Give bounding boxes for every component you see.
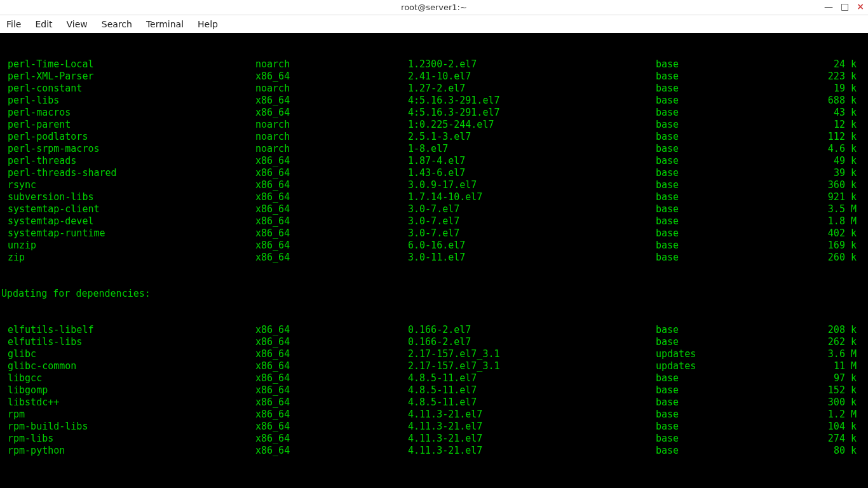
package-size: 43 k <box>816 107 867 119</box>
package-size: 4.6 k <box>816 143 867 155</box>
package-version: 1.87-4.el7 <box>408 155 656 167</box>
package-name: zip <box>1 252 255 264</box>
package-row: unzipx86_646.0-16.el7base169 k <box>1 240 867 252</box>
package-version: 4.11.3-21.el7 <box>408 433 656 445</box>
package-size: 1.8 M <box>816 215 867 227</box>
package-name: elfutils-libs <box>1 336 255 348</box>
package-row: perl-constantnoarch1.27-2.el7base19 k <box>1 83 867 95</box>
package-size: 104 k <box>816 421 867 433</box>
package-version: 4:5.16.3-291.el7 <box>408 95 656 107</box>
package-name: perl-parent <box>1 119 255 131</box>
package-name: perl-podlators <box>1 131 255 143</box>
package-size: 3.6 M <box>816 348 867 360</box>
menu-terminal[interactable]: Terminal <box>146 19 184 29</box>
package-name: perl-threads-shared <box>1 167 255 179</box>
package-arch: x86_64 <box>255 240 408 252</box>
package-size: 208 k <box>816 324 867 336</box>
menu-help[interactable]: Help <box>198 19 218 29</box>
package-row: systemtap-develx86_643.0-7.el7base1.8 M <box>1 215 867 227</box>
package-repo: updates <box>656 348 816 360</box>
package-size: 97 k <box>816 372 867 384</box>
package-version: 3.0-7.el7 <box>408 227 656 240</box>
package-size: 688 k <box>816 95 867 107</box>
package-version: 3.0.9-17.el7 <box>408 179 656 191</box>
package-repo: base <box>656 107 816 119</box>
package-version: 1:0.225-244.el7 <box>408 119 656 131</box>
package-arch: x86_64 <box>255 324 408 336</box>
package-name: libgcc <box>1 372 255 384</box>
maximize-icon[interactable]: □ <box>841 1 849 11</box>
package-row: zipx86_643.0-11.el7base260 k <box>1 252 867 264</box>
package-arch: noarch <box>255 119 408 131</box>
package-repo: base <box>656 167 816 179</box>
package-version: 4.8.5-11.el7 <box>408 396 656 409</box>
package-row: systemtap-runtimex86_643.0-7.el7base402 … <box>1 227 867 240</box>
package-size: 169 k <box>816 240 867 252</box>
package-size: 1.2 M <box>816 409 867 421</box>
package-name: subversion-libs <box>1 191 255 203</box>
package-row: perl-libsx86_644:5.16.3-291.el7base688 k <box>1 95 867 107</box>
package-version: 6.0-16.el7 <box>408 240 656 252</box>
package-row: subversion-libsx86_641.7.14-10.el7base92… <box>1 191 867 203</box>
package-name: glibc-common <box>1 360 255 372</box>
package-size: 402 k <box>816 227 867 240</box>
package-name: perl-macros <box>1 107 255 119</box>
package-name: perl-Time-Local <box>1 58 255 71</box>
package-arch: noarch <box>255 131 408 143</box>
package-arch: x86_64 <box>255 421 408 433</box>
package-repo: base <box>656 252 816 264</box>
package-repo: base <box>656 433 816 445</box>
package-row: libgccx86_644.8.5-11.el7base97 k <box>1 372 867 384</box>
package-name: perl-threads <box>1 155 255 167</box>
package-repo: base <box>656 203 816 215</box>
package-row: perl-Time-Localnoarch1.2300-2.el7base24 … <box>1 58 867 71</box>
menu-view[interactable]: View <box>67 19 88 29</box>
package-size: 112 k <box>816 131 867 143</box>
menu-edit[interactable]: Edit <box>35 19 52 29</box>
package-name: rpm-build-libs <box>1 421 255 433</box>
close-icon[interactable]: × <box>857 1 864 11</box>
terminal-viewport[interactable]: perl-Time-Localnoarch1.2300-2.el7base24 … <box>0 33 868 488</box>
package-repo: base <box>656 324 816 336</box>
package-repo: base <box>656 95 816 107</box>
minimize-icon[interactable]: — <box>824 1 833 11</box>
package-size: 223 k <box>816 71 867 83</box>
package-repo: base <box>656 215 816 227</box>
package-name: rsync <box>1 179 255 191</box>
menu-search[interactable]: Search <box>102 19 132 29</box>
package-version: 4.11.3-21.el7 <box>408 409 656 421</box>
package-name: rpm-libs <box>1 433 255 445</box>
package-size: 3.5 M <box>816 203 867 215</box>
package-name: elfutils-libelf <box>1 324 255 336</box>
package-size: 921 k <box>816 191 867 203</box>
package-repo: base <box>656 240 816 252</box>
package-name: perl-constant <box>1 83 255 95</box>
package-size: 12 k <box>816 119 867 131</box>
package-size: 300 k <box>816 396 867 409</box>
package-row: perl-podlatorsnoarch2.5.1-3.el7base112 k <box>1 131 867 143</box>
package-arch: x86_64 <box>255 360 408 372</box>
package-size: 80 k <box>816 445 867 457</box>
menu-file[interactable]: File <box>6 19 21 29</box>
updating-header: Updating for dependencies: <box>1 288 867 300</box>
package-name: unzip <box>1 240 255 252</box>
package-size: 260 k <box>816 252 867 264</box>
package-repo: base <box>656 384 816 396</box>
package-version: 1.7.14-10.el7 <box>408 191 656 203</box>
window-title: root@server1:~ <box>401 3 467 12</box>
package-arch: x86_64 <box>255 445 408 457</box>
package-size: 49 k <box>816 155 867 167</box>
package-repo: base <box>656 119 816 131</box>
package-repo: base <box>656 445 816 457</box>
package-name: rpm-python <box>1 445 255 457</box>
package-row: rpmx86_644.11.3-21.el7base1.2 M <box>1 409 867 421</box>
package-version: 0.166-2.el7 <box>408 336 656 348</box>
package-repo: updates <box>656 360 816 372</box>
package-row: perl-threadsx86_641.87-4.el7base49 k <box>1 155 867 167</box>
package-row: perl-threads-sharedx86_641.43-6.el7base3… <box>1 167 867 179</box>
window-titlebar: root@server1:~ — □ × <box>0 0 868 15</box>
package-row: rpm-libsx86_644.11.3-21.el7base274 k <box>1 433 867 445</box>
package-size: 274 k <box>816 433 867 445</box>
package-arch: noarch <box>255 58 408 71</box>
package-version: 4.11.3-21.el7 <box>408 421 656 433</box>
